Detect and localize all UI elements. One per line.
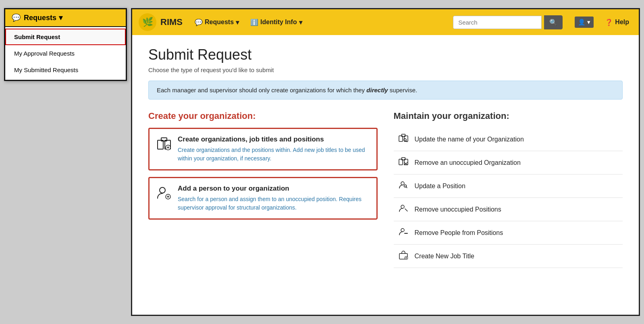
svg-rect-0 (158, 140, 163, 149)
page-content: Submit Request Choose the type of reques… (132, 35, 639, 315)
main-wrapper: 🌿 RIMS 💬 Requests ▾ ℹ️ Identity Info ▾ 🔍 (131, 8, 640, 316)
search-icon: 🔍 (549, 19, 557, 26)
help-button[interactable]: ❓ Help (602, 17, 632, 28)
user-area: 👤 ▾ (575, 17, 594, 28)
add-person-title: Add a person to your organization (178, 185, 369, 193)
info-banner: Each manager and supervisor should only … (148, 81, 623, 100)
remove-positions-label: Remove unoccupied Positions (415, 206, 501, 213)
remove-people-label: Remove People from Positions (415, 229, 503, 237)
menu-item-submit-request[interactable]: Submit Request (5, 29, 126, 45)
create-job-title-icon (398, 250, 409, 262)
svg-point-19 (401, 182, 404, 185)
dropdown-header[interactable]: 💬 Requests ▾ (5, 9, 126, 27)
identity-info-nav-icon: ℹ️ (250, 19, 258, 26)
user-icon: 👤 (578, 19, 586, 25)
topnav: 🌿 RIMS 💬 Requests ▾ ℹ️ Identity Info ▾ 🔍 (132, 9, 639, 35)
update-org-name-label: Update the name of your Organization (415, 136, 524, 143)
create-section-heading: Create your organization: (148, 111, 378, 121)
nav-identity-info[interactable]: ℹ️ Identity Info ▾ (246, 16, 306, 29)
app-title: RIMS (160, 17, 183, 27)
create-org-title: Create organizations, job titles and pos… (178, 135, 369, 143)
help-icon: ❓ (605, 19, 613, 26)
add-person-body: Add a person to your organization Search… (178, 185, 369, 212)
create-org-body: Create organizations, job titles and pos… (178, 135, 369, 163)
dropdown-menu: Submit Request My Approval Requests My S… (5, 27, 126, 80)
menu-item-submitted-requests[interactable]: My Submitted Requests (5, 62, 126, 78)
requests-label: Requests (24, 14, 56, 22)
identity-info-nav-chevron: ▾ (299, 19, 302, 26)
right-column: Maintain your organization: Update the n… (394, 111, 623, 268)
search-button[interactable]: 🔍 (544, 15, 563, 29)
page-title: Submit Request (148, 46, 623, 63)
page-subtitle: Choose the type of request you'd like to… (148, 66, 623, 73)
two-column-layout: Create your organization: Cre (148, 111, 623, 268)
card-add-person[interactable]: Add a person to your organization Search… (148, 177, 378, 220)
left-column: Create your organization: Cre (148, 111, 378, 226)
menu-item-approval-requests[interactable]: My Approval Requests (5, 45, 126, 62)
requests-bubble-icon: 💬 (12, 13, 21, 22)
svg-point-6 (160, 187, 165, 193)
svg-rect-16 (401, 158, 405, 160)
svg-rect-12 (401, 134, 405, 137)
create-org-icon (157, 136, 171, 154)
svg-point-20 (404, 185, 406, 187)
nav-requests[interactable]: 💬 Requests ▾ (191, 16, 243, 29)
list-item-remove-people[interactable]: Remove People from Positions (394, 221, 623, 245)
dropdown-header-label: Requests ▾ (24, 13, 62, 22)
search-area: 🔍 (453, 15, 563, 29)
list-item-update-position[interactable]: Update a Position (394, 174, 623, 198)
list-item-remove-org[interactable]: Remove an unoccupied Organization (394, 151, 623, 174)
update-position-icon (398, 180, 409, 192)
create-org-desc: Create organizations and the positions w… (178, 146, 369, 163)
svg-line-22 (405, 209, 407, 211)
svg-point-23 (401, 228, 404, 232)
list-item-update-org-name[interactable]: Update the name of your Organization (394, 128, 623, 151)
leaf-icon: 🌿 (142, 17, 153, 27)
banner-text-before: Each manager and supervisor should only … (157, 87, 366, 93)
update-org-name-icon (398, 133, 409, 145)
svg-point-21 (401, 205, 404, 208)
add-person-icon (157, 185, 171, 203)
identity-info-nav-label: Identity Info (260, 19, 297, 26)
remove-positions-icon (398, 204, 409, 215)
logo-area: 🌿 RIMS (139, 13, 183, 31)
logo-icon: 🌿 (139, 13, 156, 31)
requests-nav-label: Requests (205, 19, 234, 26)
banner-italic-text: directly (366, 87, 388, 93)
help-label: Help (615, 19, 629, 26)
dropdown-overlay: 💬 Requests ▾ Submit Request My Approval … (4, 8, 127, 81)
list-item-remove-positions[interactable]: Remove unoccupied Positions (394, 198, 623, 221)
list-item-create-job-title[interactable]: Create New Job Title (394, 245, 623, 268)
requests-nav-icon: 💬 (195, 19, 203, 26)
add-person-desc: Search for a person and assign them to a… (178, 195, 369, 212)
dropdown-chevron-icon: ▾ (59, 13, 62, 22)
create-job-title-label: Create New Job Title (415, 253, 475, 260)
maintain-section-heading: Maintain your organization: (394, 111, 623, 121)
topnav-nav: 💬 Requests ▾ ℹ️ Identity Info ▾ (191, 16, 445, 29)
banner-text-after: supervise. (388, 87, 418, 93)
remove-org-icon (398, 157, 409, 168)
remove-people-icon (398, 227, 409, 239)
user-menu-button[interactable]: 👤 ▾ (575, 17, 594, 28)
card-create-org[interactable]: Create organizations, job titles and pos… (148, 128, 378, 170)
search-input[interactable] (453, 16, 542, 29)
requests-nav-chevron: ▾ (236, 19, 239, 26)
user-menu-chevron: ▾ (587, 19, 590, 25)
update-position-label: Update a Position (415, 183, 465, 190)
remove-org-label: Remove an unoccupied Organization (415, 159, 521, 166)
